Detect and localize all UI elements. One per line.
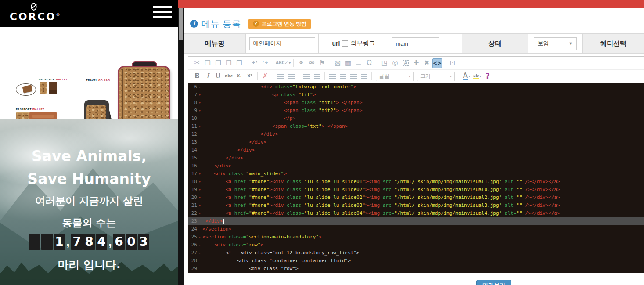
ordered-list-icon[interactable] (276, 72, 285, 81)
horizontal-line-icon[interactable]: ⚊ (354, 58, 363, 68)
fold-arrow-icon[interactable]: ▾ (197, 107, 202, 115)
fold-arrow-icon[interactable]: ▾ (197, 83, 202, 91)
program-link-help-button[interactable]: ? 프로그램 연동 방법 (248, 19, 311, 29)
reject-suggestion-icon[interactable]: ✖ (422, 58, 432, 68)
code-line[interactable]: 20▾ <a href="#none"><div class="lu_slide… (188, 194, 644, 202)
code-line[interactable]: 6▾ <div class="txtwrap text-center"> (188, 83, 644, 91)
spellcheck-icon[interactable]: ABC✓▾ (276, 58, 291, 68)
fold-arrow-icon[interactable]: ▾ (197, 241, 202, 249)
cork-wallet-image (40, 82, 47, 94)
strikethrough-icon[interactable]: abc (224, 72, 234, 81)
maximize-icon[interactable]: ◳ (380, 58, 389, 68)
text-color-icon[interactable]: A▾ (462, 72, 471, 81)
special-char-icon[interactable]: Ω (364, 58, 374, 68)
bold-icon[interactable]: B (192, 72, 202, 81)
fold-arrow-icon[interactable]: ▾ (197, 123, 202, 130)
outdent-icon[interactable] (302, 72, 311, 81)
corco-logo[interactable]: CORCO® (10, 3, 58, 21)
preview-site-header: CORCO® (0, 0, 178, 27)
code-line[interactable]: 7▾ <p class="tit"> (188, 91, 644, 99)
external-link-checkbox[interactable] (342, 40, 348, 47)
copy-icon[interactable]: ❏ (203, 58, 212, 68)
hamburger-menu-icon[interactable] (153, 6, 172, 21)
code-line[interactable]: 15 </div> (188, 154, 644, 162)
page-title: 메뉴 등록 (201, 18, 241, 30)
text-cursor (223, 219, 224, 224)
preview-scrollbar[interactable] (178, 0, 184, 285)
fold-arrow-icon[interactable]: ▾ (197, 194, 202, 202)
fold-arrow-icon[interactable]: ▾ (197, 209, 202, 217)
code-line[interactable]: 11▾ <span class="txt"> </span> (188, 123, 644, 130)
preview-scrollbar-thumb[interactable] (179, 8, 183, 40)
accept-suggestion-icon[interactable]: ✚ (411, 58, 421, 68)
image-icon[interactable]: ▧ (333, 58, 342, 68)
indent-icon[interactable] (312, 72, 322, 81)
redo-icon[interactable]: ↷ (260, 58, 270, 68)
editor-toolbar-row2: BIUabcX₂X²✗글꼴▾크기▾A▾ab▾? (188, 70, 644, 83)
code-line[interactable]: 13 </div> (188, 138, 644, 146)
subscript-icon[interactable]: X₂ (234, 72, 244, 81)
align-left-icon[interactable] (327, 72, 337, 81)
fold-arrow-icon[interactable]: ▾ (197, 99, 202, 107)
paste-word-icon[interactable]: ❒ (234, 58, 244, 68)
anchor-icon[interactable]: ⚑ (317, 58, 327, 68)
line-number: 9 (188, 107, 197, 115)
code-line[interactable]: 25▾<section class="section-main-brandsto… (188, 233, 644, 241)
undo-icon[interactable]: ↶ (250, 58, 259, 68)
preview-button[interactable]: 미리보기 (476, 280, 511, 285)
fold-arrow-icon[interactable]: ▾ (197, 170, 202, 178)
superscript-icon[interactable]: X² (245, 72, 255, 81)
code-line[interactable]: 26▾ <div class="row"> (188, 241, 644, 249)
code-line[interactable]: 12 </div> (188, 130, 644, 138)
url-input[interactable] (392, 37, 439, 50)
code-line[interactable]: 10 </p> (188, 115, 644, 123)
code-area[interactable]: 6▾ <div class="txtwrap text-center">7▾ <… (188, 83, 644, 273)
code-line[interactable]: 21▾ <a href="#none"><div class="lu_slide… (188, 202, 644, 209)
link-icon[interactable]: ⚭ (296, 58, 306, 68)
code-line[interactable]: 14 </div> (188, 146, 644, 154)
counter-comma: , (108, 235, 113, 249)
cut-icon[interactable]: ✂ (192, 58, 202, 68)
code-line[interactable]: 8▾ <span class="tit1"> </span> (188, 99, 644, 107)
code-line[interactable]: 27▾ <!-- <div class="col-12 brandstory_r… (188, 249, 644, 257)
underline-icon[interactable]: U (213, 72, 223, 81)
paste-text-icon[interactable]: ❑ (224, 58, 234, 68)
unlink-icon[interactable]: ⚮ (307, 58, 317, 68)
align-justify-icon[interactable] (359, 72, 369, 81)
code-line[interactable]: 19▾ <a href="#none"><div class="lu_slide… (188, 186, 644, 194)
code-line[interactable]: 18▾ <a href="#none"><div class="lu_slide… (188, 178, 644, 186)
top-accent-bar (178, 0, 644, 8)
code-line[interactable]: 16 </div> (188, 162, 644, 170)
print-icon[interactable]: ⊡ (448, 58, 457, 68)
fold-arrow-icon[interactable]: ▾ (197, 202, 202, 209)
table-icon[interactable]: ▦ (343, 58, 353, 68)
code-line[interactable]: 24</section> (188, 225, 644, 233)
code-line[interactable]: 29 <div class="row"> (188, 265, 644, 273)
code-line[interactable]: 9▾ <span class="tit2"> </span> (188, 107, 644, 115)
font-select[interactable]: 글꼴▾ (376, 72, 414, 81)
menu-name-input[interactable] (249, 37, 315, 50)
code-line[interactable]: 22▾ <a href="#none"><div class="lu_slide… (188, 209, 644, 217)
italic-icon[interactable]: I (203, 72, 212, 81)
size-select[interactable]: 크기▾ (417, 72, 455, 81)
select-all-icon[interactable]: A (401, 58, 410, 68)
code-line[interactable]: 23 </div> (188, 217, 644, 225)
fold-arrow-icon[interactable]: ▾ (197, 186, 202, 194)
code-line[interactable]: 17▾ <div class="main_slider"> (188, 170, 644, 178)
unordered-list-icon[interactable] (286, 72, 296, 81)
source-icon[interactable]: <> (432, 58, 442, 68)
help-icon[interactable]: ? (483, 72, 493, 81)
fold-arrow-icon[interactable]: ▾ (197, 233, 202, 241)
align-center-icon[interactable] (338, 72, 348, 81)
status-select[interactable]: 보임 ▼ (534, 37, 577, 50)
find-icon[interactable]: ◎ (390, 58, 400, 68)
fold-arrow-icon[interactable]: ▾ (197, 249, 202, 257)
paste-icon[interactable]: ❐ (213, 58, 223, 68)
bg-color-icon[interactable]: ab▾ (472, 72, 482, 81)
code-line[interactable]: 28 <div class="container container-fluid… (188, 257, 644, 265)
fold-arrow-icon[interactable]: ▾ (197, 91, 202, 99)
line-number: 29 (188, 265, 197, 273)
align-right-icon[interactable] (349, 72, 358, 81)
remove-format-icon[interactable]: ✗ (260, 72, 270, 81)
fold-arrow-icon[interactable]: ▾ (197, 178, 202, 186)
